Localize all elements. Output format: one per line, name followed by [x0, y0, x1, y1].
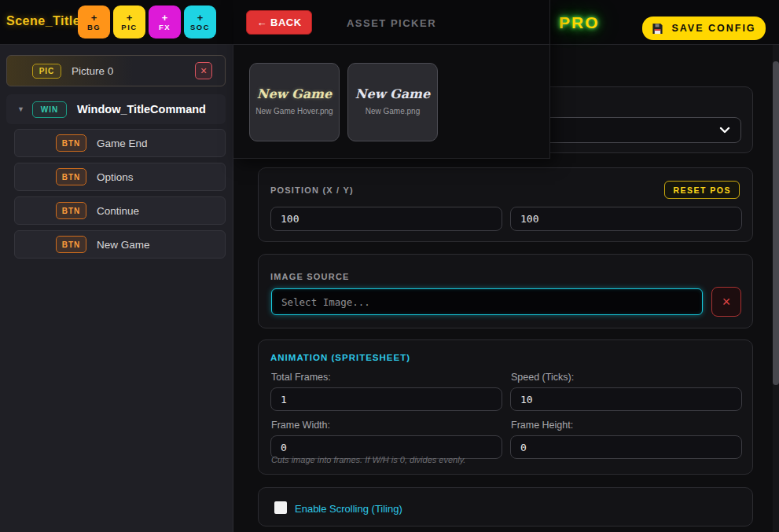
save-config-button[interactable]: SAVE CONFIG — [642, 17, 766, 40]
animation-section-title: ANIMATION (SPRITESHEET) — [270, 353, 410, 362]
inspector-scrollbar[interactable] — [773, 45, 779, 532]
speed-ticks-field: Speed (Ticks): — [510, 369, 742, 411]
chevron-down-icon[interactable]: ▼ — [17, 105, 25, 113]
btn-type-badge: BTN — [56, 236, 86, 253]
asset-card-new-game[interactable]: New Game New Game.png — [347, 63, 438, 141]
add-bg-label: BG — [87, 24, 101, 31]
plus-icon: + — [162, 13, 168, 22]
delete-picture-button[interactable]: × — [195, 62, 212, 79]
tree-item-label: Game End — [97, 138, 148, 149]
total-frames-label: Total Frames: — [271, 372, 502, 383]
tree-item-picture-0[interactable]: PIC Picture 0 × — [6, 55, 226, 86]
tree-item-continue[interactable]: BTN Continue — [14, 196, 226, 225]
image-source-card: IMAGE SOURCE × — [258, 254, 753, 328]
reset-position-button[interactable]: RESET POS — [664, 181, 740, 199]
chevron-down-icon — [719, 127, 730, 134]
asset-preview-image: New Game — [355, 86, 430, 101]
pic-type-badge: PIC — [32, 64, 61, 79]
frame-height-field: Frame Height: — [510, 411, 742, 459]
speed-ticks-label: Speed (Ticks): — [511, 372, 742, 383]
frame-height-input[interactable] — [510, 435, 742, 459]
btn-type-badge: BTN — [56, 168, 86, 185]
tree-item-label: Continue — [97, 205, 139, 217]
close-icon: × — [200, 65, 207, 76]
asset-card-new-game-hover[interactable]: New Game New Game Hover.png — [249, 63, 340, 141]
asset-picker-overlay: ← BACK ASSET PICKER New Game New Game Ho… — [233, 0, 550, 159]
tree-item-label: Options — [97, 171, 134, 183]
plus-icon: + — [127, 13, 133, 22]
asset-filename: New Game Hover.png — [255, 107, 333, 116]
image-source-input[interactable] — [271, 288, 703, 315]
frame-width-field: Frame Width: — [270, 411, 502, 459]
add-fx-label: FX — [159, 24, 171, 31]
tree-item-window-titlecommand[interactable]: ▼ WIN Window_TitleCommand — [6, 94, 226, 124]
frame-height-label: Frame Height: — [511, 420, 742, 431]
animation-note: Cuts image into frames. If W/H is 0, div… — [271, 455, 465, 464]
scrolling-card: Enable Scrolling (Tiling) — [258, 487, 753, 526]
floppy-disk-icon — [652, 23, 663, 35]
enable-scrolling-label[interactable]: Enable Scrolling (Tiling) — [295, 503, 402, 515]
tree-item-options[interactable]: BTN Options — [14, 163, 226, 191]
add-pic-label: PIC — [121, 24, 137, 31]
tree-item-label: New Game — [97, 239, 150, 251]
position-card: POSITION (X / Y) RESET POS — [258, 167, 753, 242]
asset-preview-image: New Game — [257, 86, 332, 101]
total-frames-input[interactable] — [270, 387, 502, 411]
tree-item-label: Window_TitleCommand — [77, 103, 206, 116]
scene-title: Scene_Title — [6, 14, 80, 28]
image-source-section-label: IMAGE SOURCE — [270, 272, 350, 281]
speed-ticks-input[interactable] — [510, 387, 742, 411]
plus-icon: + — [197, 13, 204, 22]
asset-picker-title: ASSET PICKER — [233, 17, 549, 29]
add-soc-label: SOC — [190, 24, 210, 31]
position-inputs — [270, 207, 742, 231]
add-soc-button[interactable]: + SOC — [184, 6, 216, 39]
tree-item-label: Picture 0 — [72, 65, 113, 77]
add-pic-button[interactable]: + PIC — [113, 6, 145, 39]
tree-item-new-game[interactable]: BTN New Game — [14, 230, 226, 259]
enable-scrolling-checkbox[interactable] — [274, 501, 287, 514]
save-config-label: SAVE CONFIG — [671, 23, 755, 34]
add-bg-button[interactable]: + BG — [78, 6, 110, 39]
position-y-input[interactable] — [510, 207, 742, 231]
close-icon: × — [722, 295, 731, 309]
total-frames-field: Total Frames: — [270, 369, 502, 411]
position-section-label: POSITION (X / Y) — [270, 185, 354, 195]
btn-type-badge: BTN — [56, 134, 86, 152]
asset-picker-header: ← BACK ASSET PICKER — [233, 0, 549, 45]
win-type-badge: WIN — [32, 101, 67, 118]
pro-badge: PRO — [559, 13, 600, 32]
btn-type-badge: BTN — [56, 202, 86, 219]
tree-item-game-end[interactable]: BTN Game End — [14, 129, 226, 157]
plus-icon: + — [91, 13, 97, 22]
scene-tree-sidebar: PIC Picture 0 × ▼ WIN Window_TitleComman… — [0, 45, 233, 532]
position-x-input[interactable] — [270, 207, 502, 231]
clear-image-button[interactable]: × — [711, 287, 741, 317]
scrollbar-thumb[interactable] — [773, 61, 779, 385]
frame-width-label: Frame Width: — [271, 420, 502, 431]
add-fx-button[interactable]: + FX — [149, 6, 181, 39]
asset-filename: New Game.png — [366, 107, 420, 116]
animation-card: ANIMATION (SPRITESHEET) Total Frames: Sp… — [258, 339, 753, 475]
